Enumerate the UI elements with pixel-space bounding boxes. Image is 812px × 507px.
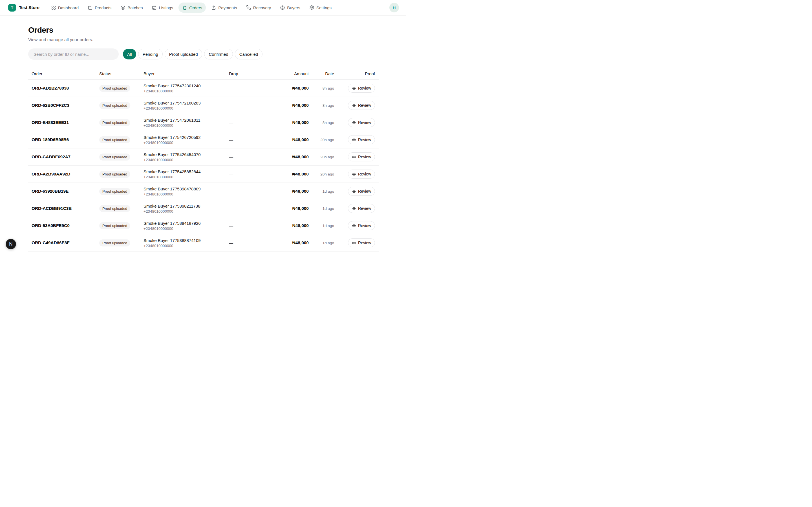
column-header-status: Status <box>99 71 144 76</box>
review-button[interactable]: Review <box>348 135 375 144</box>
order-id: ORD-CABBF692A7 <box>32 154 70 159</box>
table-row: ORD-CABBF692A7 Proof uploaded Smoke Buye… <box>28 149 379 166</box>
filter-pill-all[interactable]: All <box>123 49 136 59</box>
filter-pills: AllPendingProof uploadedConfirmedCancell… <box>123 49 262 59</box>
order-id: ORD-ACDBB91C3B <box>32 206 71 211</box>
nav-item-products[interactable]: Products <box>84 3 115 13</box>
brand-link[interactable]: T Test Store <box>8 4 40 11</box>
drop-value: — <box>229 137 266 142</box>
status-badge: Proof uploaded <box>99 239 130 246</box>
nav-item-batches[interactable]: Batches <box>117 3 146 13</box>
amount-value: ₦48,000 <box>266 206 309 211</box>
orders-bag-icon <box>182 5 187 10</box>
listings-store-icon <box>152 5 157 10</box>
nav-item-orders[interactable]: Orders <box>179 3 206 13</box>
order-id: ORD-B4883EEE31 <box>32 120 69 125</box>
status-badge: Proof uploaded <box>99 205 130 212</box>
status-badge: Proof uploaded <box>99 85 130 92</box>
nav-item-label: Buyers <box>287 5 300 10</box>
status-badge: Proof uploaded <box>99 154 130 161</box>
products-package-icon <box>88 5 93 10</box>
search-input[interactable] <box>28 48 119 60</box>
review-button-label: Review <box>358 120 371 125</box>
nav-item-label: Dashboard <box>58 5 79 10</box>
eye-icon <box>352 121 356 125</box>
date-value: 8h ago <box>309 86 334 91</box>
orders-page: Orders View and manage all your orders. … <box>28 15 379 251</box>
nav-item-label: Listings <box>159 5 173 10</box>
eye-icon <box>352 103 356 108</box>
review-button[interactable]: Review <box>348 187 375 196</box>
review-button-label: Review <box>358 86 371 91</box>
review-button[interactable]: Review <box>348 118 375 127</box>
table-header-row: Order Status Buyer Drop Amount Date Proo… <box>28 68 379 80</box>
buyers-user-icon <box>280 5 285 10</box>
review-button[interactable]: Review <box>348 83 375 93</box>
table-row: ORD-ACDBB91C3B Proof uploaded Smoke Buye… <box>28 200 379 217</box>
review-button[interactable]: Review <box>348 101 375 110</box>
order-id: ORD-C49AD86E8F <box>32 240 70 245</box>
buyer-phone: +2348010000000 <box>144 106 229 110</box>
nav-item-buyers[interactable]: Buyers <box>276 3 304 13</box>
nav-item-dashboard[interactable]: Dashboard <box>47 3 82 13</box>
review-button[interactable]: Review <box>348 221 375 230</box>
buyer-phone: +2348010000000 <box>144 226 229 231</box>
date-value: 1d ago <box>309 241 334 245</box>
filter-pill-confirmed[interactable]: Confirmed <box>204 49 233 59</box>
table-row: ORD-63920BB19E Proof uploaded Smoke Buye… <box>28 183 379 200</box>
eye-icon <box>352 86 356 91</box>
status-badge: Proof uploaded <box>99 102 130 109</box>
orders-table: Order Status Buyer Drop Amount Date Proo… <box>28 68 379 251</box>
eye-icon <box>352 207 356 211</box>
nav-item-label: Batches <box>128 5 143 10</box>
date-value: 1d ago <box>309 189 334 193</box>
settings-gear-icon <box>309 5 314 10</box>
nav-item-label: Products <box>95 5 111 10</box>
eye-icon <box>352 172 356 176</box>
amount-value: ₦48,000 <box>266 189 309 194</box>
filter-pill-proof-uploaded[interactable]: Proof uploaded <box>165 49 202 59</box>
nav-item-settings[interactable]: Settings <box>306 3 335 13</box>
status-badge: Proof uploaded <box>99 136 130 144</box>
buyer-name: Smoke Buyer 1775388874109 <box>144 238 229 243</box>
buyer-phone: +2348010000000 <box>144 89 229 93</box>
status-badge: Proof uploaded <box>99 119 130 126</box>
review-button[interactable]: Review <box>348 170 375 179</box>
amount-value: ₦48,000 <box>266 223 309 228</box>
buyer-phone: +2348010000000 <box>144 123 229 128</box>
review-button-label: Review <box>358 206 371 211</box>
order-id: ORD-A2B99AA92D <box>32 172 70 176</box>
nav-item-payments[interactable]: Payments <box>207 3 241 13</box>
eye-icon <box>352 138 356 142</box>
date-value: 8h ago <box>309 103 334 108</box>
filter-pill-pending[interactable]: Pending <box>138 49 163 59</box>
table-row: ORD-53A0BFE9C0 Proof uploaded Smoke Buye… <box>28 217 379 234</box>
review-button[interactable]: Review <box>348 238 375 247</box>
buyer-phone: +2348010000000 <box>144 192 229 196</box>
amount-value: ₦48,000 <box>266 172 309 177</box>
buyer-name: Smoke Buyer 1775398211738 <box>144 204 229 209</box>
filter-pill-cancelled[interactable]: Cancelled <box>235 49 263 59</box>
nav-item-recovery[interactable]: Recovery <box>243 3 274 13</box>
buyer-name: Smoke Buyer 1775472061011 <box>144 118 229 122</box>
page-title: Orders <box>28 25 379 35</box>
review-button-label: Review <box>358 155 371 159</box>
buyer-phone: +2348010000000 <box>144 140 229 145</box>
drop-value: — <box>229 86 266 91</box>
dev-overlay-button[interactable]: N <box>6 239 16 249</box>
eye-icon <box>352 155 356 159</box>
order-id: ORD-53A0BFE9C0 <box>32 223 70 228</box>
buyer-name: Smoke Buyer 1775426454070 <box>144 152 229 157</box>
user-avatar[interactable]: H <box>389 3 399 12</box>
nav-item-label: Orders <box>189 5 202 10</box>
user-avatar-initial: H <box>393 5 396 10</box>
store-name: Test Store <box>19 5 40 10</box>
amount-value: ₦48,000 <box>266 103 309 108</box>
review-button[interactable]: Review <box>348 152 375 161</box>
review-button-label: Review <box>358 189 371 193</box>
review-button[interactable]: Review <box>348 204 375 213</box>
column-header-proof: Proof <box>334 71 379 76</box>
store-logo-letter: T <box>11 6 13 10</box>
top-navigation-bar: T Test Store Dashboard Products Batches … <box>0 0 406 15</box>
nav-item-listings[interactable]: Listings <box>148 3 177 13</box>
